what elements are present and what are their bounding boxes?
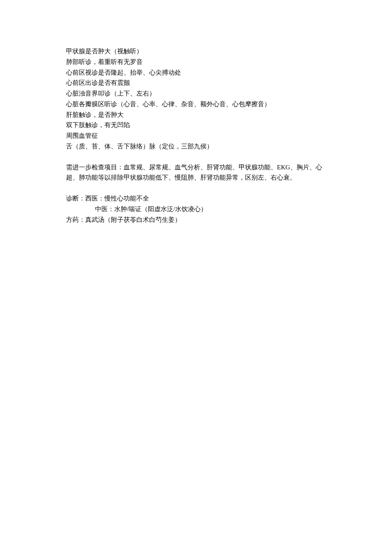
exam-item: 心前区视诊是否隆起、抬举、心尖搏动处 (66, 67, 326, 78)
further-tests-text: 需进一步检查项目：血常规、尿常规、血气分析、肝肾功能、甲状腺功能、EKG、胸片、… (66, 162, 326, 183)
diagnosis-section: 诊断：西医：慢性心功能不全 中医：水肿/喘证（阳虚水泛/水饮凌心） 方药：真武汤… (66, 193, 326, 225)
exam-item: 肺部听诊，着重听有无罗音 (66, 57, 326, 67)
examination-list: 甲状腺是否肿大（视触听） 肺部听诊，着重听有无罗音 心前区视诊是否隆起、抬举、心… (66, 46, 326, 152)
diagnosis-tcm: 中医：水肿/喘证（阳虚水泛/水饮凌心） (66, 204, 326, 215)
further-tests-section: 需进一步检查项目：血常规、尿常规、血气分析、肝肾功能、甲状腺功能、EKG、胸片、… (66, 162, 326, 183)
exam-item: 肝脏触诊，是否肿大 (66, 110, 326, 120)
prescription: 方药：真武汤（附子茯苓白术白芍生姜） (66, 215, 326, 225)
exam-item: 舌（质、苔、体、舌下脉络）脉（定位，三部九侯） (66, 141, 326, 152)
exam-item: 周围血管征 (66, 131, 326, 141)
exam-item: 甲状腺是否肿大（视触听） (66, 46, 326, 57)
exam-item: 心脏浊音界叩诊（上下、左右） (66, 88, 326, 99)
exam-item: 双下肢触诊，有无凹陷 (66, 120, 326, 131)
diagnosis-western: 诊断：西医：慢性心功能不全 (66, 193, 326, 204)
exam-item: 心脏各瓣膜区听诊（心音、心率、心律、杂音、额外心音、心包摩擦音） (66, 99, 326, 110)
exam-item: 心前区出诊是否有震颤 (66, 78, 326, 88)
